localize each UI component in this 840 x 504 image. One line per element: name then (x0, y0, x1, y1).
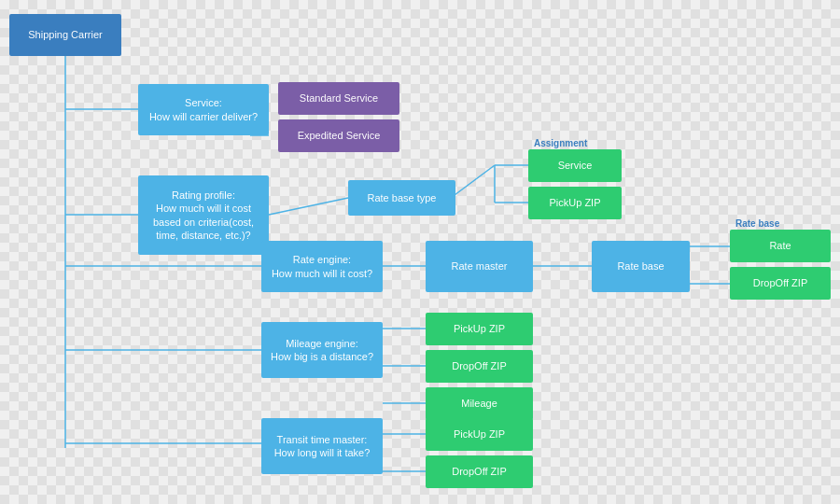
mileage-box: Mileage (426, 387, 533, 420)
assignment-service-label: Service (558, 159, 593, 172)
shipping-carrier-box: Shipping Carrier (9, 14, 121, 56)
rate-master-box: Rate master (426, 241, 533, 292)
assignment-pickup-zip-label: PickUp ZIP (549, 196, 600, 209)
transit-time-label: Transit time master:How long will it tak… (274, 433, 371, 460)
shipping-carrier-label: Shipping Carrier (28, 28, 102, 41)
transit-time-box: Transit time master:How long will it tak… (261, 418, 383, 474)
dropoff-zip-mileage-box: DropOff ZIP (426, 350, 533, 383)
pickup-zip-transit-box: PickUp ZIP (426, 418, 533, 451)
service-question-label: Service:How will carrier deliver? (149, 96, 258, 123)
service-question-box: Service:How will carrier deliver? (138, 84, 269, 135)
rate-base-type-box: Rate base type (348, 180, 455, 216)
dropoff-zip-rate-box: DropOff ZIP (730, 267, 831, 300)
pickup-zip-mileage-label: PickUp ZIP (454, 322, 505, 335)
pickup-zip-mileage-box: PickUp ZIP (426, 313, 533, 345)
rate-base-type-label: Rate base type (368, 191, 437, 204)
rating-profile-box: Rating profile:How much will it costbase… (138, 175, 269, 255)
pickup-zip-transit-label: PickUp ZIP (454, 427, 505, 441)
diagram-container: Shipping Carrier Service:How will carrie… (0, 0, 840, 504)
assignment-label: Assignment (534, 138, 587, 148)
svg-line-6 (451, 165, 495, 198)
dropoff-zip-mileage-label: DropOff ZIP (452, 359, 506, 372)
rate-base-label: Rate base (617, 259, 664, 273)
rate-master-label: Rate master (452, 259, 508, 273)
mileage-engine-label: Mileage engine:How big is a distance? (271, 337, 373, 364)
assignment-service-box: Service (528, 149, 622, 182)
mileage-label: Mileage (461, 397, 497, 410)
standard-service-label: Standard Service (300, 91, 378, 105)
rate-box: Rate (730, 230, 831, 262)
expedited-service-box: Expedited Service (278, 119, 399, 152)
rate-engine-box: Rate engine:How much will it cost? (261, 241, 383, 292)
rate-base-box: Rate base (592, 241, 690, 292)
svg-line-5 (269, 198, 348, 215)
dropoff-zip-rate-label: DropOff ZIP (753, 276, 807, 289)
dropoff-zip-transit-box: DropOff ZIP (426, 455, 533, 488)
dropoff-zip-transit-label: DropOff ZIP (452, 465, 506, 478)
expedited-service-label: Expedited Service (298, 129, 381, 142)
rate-engine-label: Rate engine:How much will it cost? (272, 253, 372, 280)
connector-lines (0, 0, 840, 504)
rate-base-section-label: Rate base (735, 218, 779, 229)
assignment-pickup-zip-box: PickUp ZIP (528, 187, 622, 219)
rating-profile-label: Rating profile:How much will it costbase… (153, 189, 254, 242)
mileage-engine-box: Mileage engine:How big is a distance? (261, 322, 383, 378)
standard-service-box: Standard Service (278, 82, 399, 115)
rate-label: Rate (769, 239, 791, 252)
